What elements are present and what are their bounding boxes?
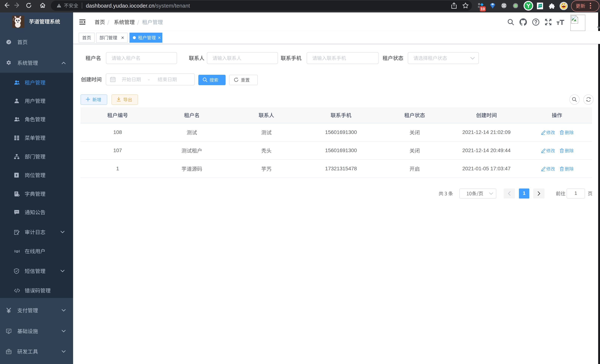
svg-text:10: 10	[480, 7, 485, 11]
